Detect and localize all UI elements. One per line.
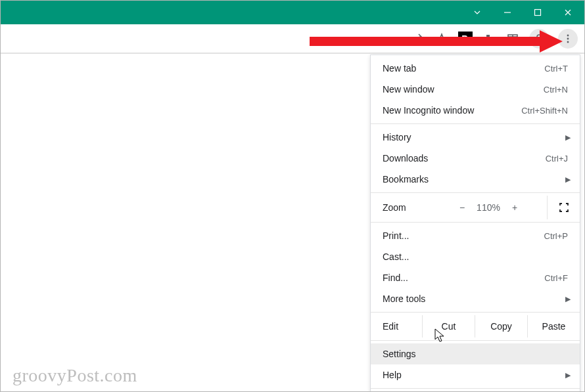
menu-label: Help — [383, 370, 568, 380]
profile-avatar-icon[interactable] — [529, 29, 549, 49]
reading-list-icon[interactable] — [505, 32, 520, 46]
menu-label: Bookmarks — [383, 174, 568, 185]
menu-label: Cast... — [383, 251, 568, 262]
share-icon[interactable] — [411, 32, 425, 46]
svg-point-4 — [567, 37, 569, 39]
menu-item-new-window[interactable]: New window Ctrl+N — [371, 79, 580, 100]
menu-item-more-tools[interactable]: More tools ▶ — [371, 288, 580, 309]
fullscreen-button[interactable] — [547, 196, 580, 219]
menu-separator — [371, 340, 580, 341]
menu-item-edit: Edit Cut Copy Paste — [371, 315, 580, 338]
svg-rect-0 — [535, 10, 541, 16]
window-maximize-button[interactable] — [523, 1, 553, 24]
menu-label: Settings — [383, 349, 568, 359]
menu-shortcut: Ctrl+Shift+N — [521, 106, 568, 116]
submenu-arrow-icon: ▶ — [565, 175, 571, 184]
extensions-puzzle-icon[interactable] — [482, 32, 496, 46]
zoom-in-button[interactable]: + — [512, 202, 517, 213]
extension-p-icon[interactable]: P. — [458, 32, 473, 46]
menu-label: New Incognito window — [383, 105, 521, 116]
menu-separator — [371, 388, 580, 389]
submenu-arrow-icon: ▶ — [565, 295, 571, 303]
edit-label: Edit — [371, 315, 422, 338]
menu-item-settings[interactable]: Settings — [371, 343, 580, 364]
menu-item-downloads[interactable]: Downloads Ctrl+J — [371, 148, 580, 169]
menu-item-cast[interactable]: Cast... — [371, 246, 580, 267]
browser-toolbar: P. — [1, 24, 584, 53]
chrome-main-menu: New tab Ctrl+T New window Ctrl+N New Inc… — [370, 54, 580, 392]
menu-item-find[interactable]: Find... Ctrl+F — [371, 267, 580, 288]
bookmark-star-icon[interactable] — [434, 32, 449, 46]
menu-label: Print... — [383, 230, 544, 241]
menu-shortcut: Ctrl+F — [544, 273, 568, 283]
zoom-label: Zoom — [371, 202, 430, 213]
menu-separator — [371, 222, 580, 223]
menu-item-print[interactable]: Print... Ctrl+P — [371, 225, 580, 246]
watermark-text: groovyPost.com — [12, 365, 137, 386]
menu-item-bookmarks[interactable]: Bookmarks ▶ — [371, 169, 580, 190]
submenu-arrow-icon: ▶ — [565, 371, 571, 380]
titlebar-dropdown-button[interactable] — [462, 1, 492, 24]
window-minimize-button[interactable] — [492, 1, 523, 24]
menu-item-new-tab[interactable]: New tab Ctrl+T — [371, 58, 580, 79]
more-menu-button[interactable] — [558, 29, 578, 49]
window-titlebar — [1, 1, 584, 24]
menu-separator — [371, 192, 580, 193]
menu-shortcut: Ctrl+T — [544, 64, 568, 74]
edit-cut-button[interactable]: Cut — [422, 315, 475, 338]
menu-shortcut: Ctrl+J — [546, 154, 568, 163]
menu-item-new-incognito[interactable]: New Incognito window Ctrl+Shift+N — [371, 100, 580, 121]
menu-item-help[interactable]: Help ▶ — [371, 364, 580, 385]
submenu-arrow-icon: ▶ — [565, 133, 571, 142]
zoom-out-button[interactable]: − — [459, 202, 465, 213]
menu-label: New window — [383, 84, 544, 95]
svg-point-5 — [567, 41, 569, 43]
menu-item-history[interactable]: History ▶ — [371, 127, 580, 148]
menu-label: History — [383, 132, 568, 142]
menu-label: Find... — [383, 272, 544, 283]
menu-label: Downloads — [383, 153, 546, 163]
menu-label: New tab — [383, 63, 544, 74]
svg-point-3 — [567, 34, 569, 36]
svg-point-2 — [537, 35, 541, 39]
menu-shortcut: Ctrl+P — [544, 231, 568, 241]
edit-copy-button[interactable]: Copy — [475, 315, 527, 338]
window-close-button[interactable] — [553, 1, 583, 24]
menu-label: More tools — [383, 294, 568, 304]
menu-separator — [371, 123, 580, 124]
menu-shortcut: Ctrl+N — [544, 85, 568, 95]
menu-item-zoom: Zoom − 110% + — [371, 196, 580, 219]
zoom-value: 110% — [477, 202, 500, 213]
edit-paste-button[interactable]: Paste — [527, 315, 580, 338]
menu-separator — [371, 312, 580, 313]
